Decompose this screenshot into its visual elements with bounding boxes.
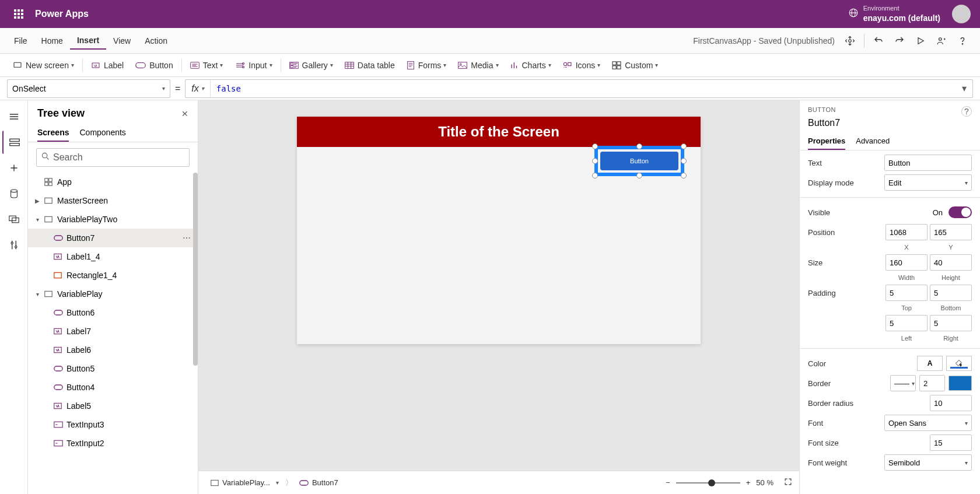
control-name[interactable]: Button7	[800, 118, 980, 133]
resize-handle[interactable]	[681, 173, 687, 178]
collapse-icon[interactable]: ▾	[33, 216, 42, 223]
prop-padding-bottom[interactable]: 5	[930, 285, 972, 301]
prop-position-x[interactable]: 1068	[886, 224, 928, 240]
rail-insert[interactable]	[2, 156, 26, 180]
insert-forms-button[interactable]: Forms▾	[401, 58, 453, 72]
tree-node-app[interactable]: App	[28, 173, 198, 191]
help-button[interactable]	[952, 30, 973, 51]
prop-padding-right[interactable]: 5	[930, 315, 972, 331]
collapse-icon[interactable]: ▾	[33, 291, 42, 297]
prop-text-input[interactable]: Button	[884, 155, 972, 171]
canvas-body[interactable]: Title of the Screen Button	[198, 100, 799, 471]
tree-node-button5[interactable]: Button5	[28, 359, 198, 378]
menu-home[interactable]: Home	[34, 33, 70, 49]
tree-node-label6[interactable]: Label6	[28, 341, 198, 359]
tree-node-rectangle1-4[interactable]: Rectangle1_4	[28, 266, 198, 285]
prop-display-mode-select[interactable]: Edit▾	[884, 174, 972, 191]
rail-hamburger[interactable]	[2, 105, 26, 128]
prop-position-y[interactable]: 165	[930, 224, 972, 240]
insert-input-button[interactable]: Input▾	[229, 58, 278, 72]
tree-node-button6[interactable]: Button6	[28, 303, 198, 322]
fx-label[interactable]: fx▾	[186, 80, 210, 97]
prop-text-color[interactable]: A	[917, 356, 943, 371]
menu-action[interactable]: Action	[138, 33, 174, 49]
insert-label-button[interactable]: Label	[85, 58, 130, 72]
tree-node-textinput2[interactable]: TextInput2	[28, 434, 198, 453]
prop-padding-top[interactable]: 5	[886, 285, 928, 301]
insert-media-button[interactable]: Media▾	[452, 58, 504, 72]
fit-to-window-button[interactable]	[784, 478, 792, 488]
tree-node-variableplay[interactable]: ▾ VariablePlay	[28, 285, 198, 303]
prop-border-width[interactable]: 2	[919, 375, 945, 391]
resize-handle[interactable]	[592, 158, 598, 164]
breadcrumb-screen[interactable]: VariablePlay... ▾	[205, 477, 284, 489]
prop-border-color[interactable]	[949, 376, 972, 391]
share-button[interactable]	[931, 30, 952, 51]
expand-icon[interactable]: ▶	[33, 198, 42, 204]
rail-media[interactable]	[2, 208, 26, 231]
insert-charts-button[interactable]: Charts▾	[505, 58, 557, 72]
zoom-in-button[interactable]: +	[746, 478, 751, 487]
menu-view[interactable]: View	[106, 33, 138, 49]
insert-text-button[interactable]: Text▾	[184, 58, 229, 72]
tab-properties[interactable]: Properties	[808, 133, 845, 150]
tree-node-label1-4[interactable]: Label1_4	[28, 247, 198, 266]
tab-components[interactable]: Components	[79, 124, 125, 142]
app-checker-button[interactable]	[839, 30, 860, 51]
tree-node-button7[interactable]: Button7 ⋯	[28, 229, 198, 247]
zoom-out-button[interactable]: −	[666, 478, 670, 487]
tree-node-masterscreen[interactable]: ▶ MasterScreen	[28, 191, 198, 210]
insert-datatable-button[interactable]: Data table	[339, 58, 401, 72]
tab-advanced[interactable]: Advanced	[856, 133, 890, 150]
prop-width[interactable]: 160	[886, 254, 928, 271]
screen-preview[interactable]: Title of the Screen Button	[297, 117, 701, 344]
tree-node-button4[interactable]: Button4	[28, 378, 198, 397]
formula-input[interactable]: false	[211, 84, 956, 93]
prop-fill-color[interactable]	[946, 356, 972, 371]
tree-node-label5[interactable]: Label5	[28, 397, 198, 415]
screen-title-label[interactable]: Title of the Screen	[297, 117, 701, 147]
new-screen-button[interactable]: New screen▾	[7, 58, 80, 72]
menu-file[interactable]: File	[7, 33, 34, 49]
app-launcher[interactable]	[5, 0, 33, 28]
prop-border-style[interactable]: ——▾	[890, 375, 916, 391]
insert-custom-button[interactable]: Custom▾	[606, 58, 664, 72]
property-selector[interactable]: OnSelect ▾	[7, 79, 170, 98]
rail-data[interactable]	[2, 182, 26, 205]
resize-handle[interactable]	[681, 143, 687, 149]
panel-help-button[interactable]: ?	[961, 106, 972, 117]
tree-search-input[interactable]: Search	[36, 148, 190, 167]
tree-node-textinput3[interactable]: TextInput3	[28, 415, 198, 434]
prop-font-select[interactable]: Open Sans▾	[884, 415, 972, 431]
tree-view-close[interactable]: ✕	[181, 109, 188, 118]
selected-control[interactable]: Button	[600, 152, 678, 170]
resize-handle[interactable]	[592, 143, 598, 149]
redo-button[interactable]	[889, 30, 910, 51]
prop-border-radius[interactable]: 10	[930, 395, 972, 411]
prop-font-size[interactable]: 15	[930, 435, 972, 451]
prop-padding-left[interactable]: 5	[886, 315, 928, 331]
insert-gallery-button[interactable]: Gallery▾	[284, 58, 339, 72]
rail-tree-view[interactable]	[2, 131, 26, 154]
tree-node-variableplaytwo[interactable]: ▾ VariablePlayTwo	[28, 210, 198, 229]
resize-handle[interactable]	[636, 173, 642, 178]
resize-handle[interactable]	[592, 173, 598, 178]
play-button[interactable]	[910, 30, 931, 51]
breadcrumb-control[interactable]: Button7	[294, 477, 344, 489]
resize-handle[interactable]	[681, 158, 687, 164]
rail-advanced-tools[interactable]	[2, 233, 26, 257]
environment-picker[interactable]: Environment enayu.com (default)	[848, 5, 940, 23]
formula-expand[interactable]: ▾	[956, 83, 972, 94]
more-icon[interactable]: ⋯	[183, 233, 191, 243]
zoom-thumb[interactable]	[708, 479, 715, 486]
tab-screens[interactable]: Screens	[37, 124, 69, 142]
tree-scrollbar[interactable]	[193, 173, 198, 366]
prop-font-weight-select[interactable]: Semibold▾	[884, 454, 972, 471]
prop-visible-toggle[interactable]	[949, 206, 972, 218]
insert-button-button[interactable]: Button	[130, 58, 178, 72]
undo-button[interactable]	[868, 30, 889, 51]
tree-node-label7[interactable]: Label7	[28, 322, 198, 341]
prop-height[interactable]: 40	[930, 254, 972, 271]
resize-handle[interactable]	[636, 143, 642, 149]
button7-control[interactable]: Button	[600, 152, 678, 170]
